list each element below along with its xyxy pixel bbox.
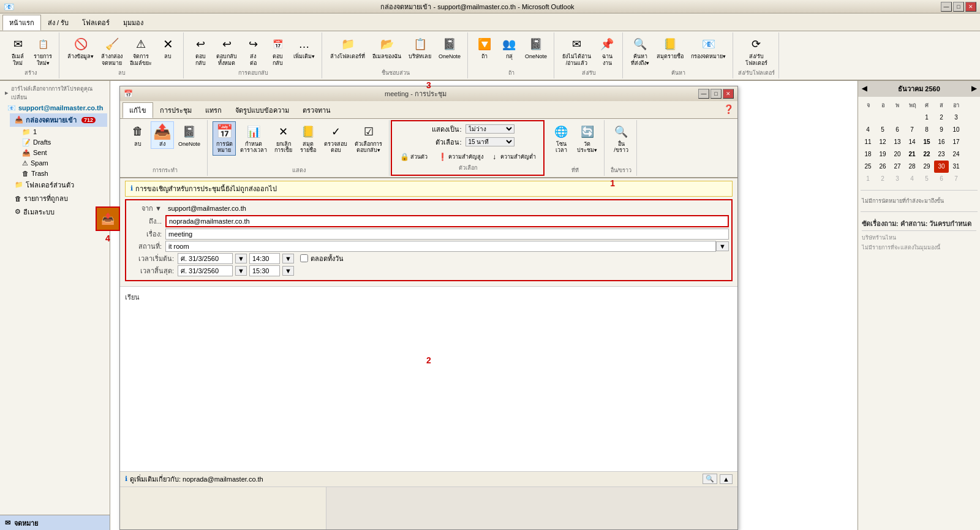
subject-input[interactable] — [165, 229, 729, 240]
sidebar-item-inbox[interactable]: 📥 กล่องจดหมายเข้า 712 — [10, 113, 107, 127]
cal-cell[interactable]: 3 — [890, 173, 905, 185]
onenote-m-btn[interactable]: 📓 OneNote — [175, 121, 203, 150]
cal-cell[interactable]: 4 — [905, 173, 919, 185]
forward-button[interactable]: ↪ ส่งต่อ — [241, 34, 265, 69]
cal-cell[interactable] — [861, 112, 875, 124]
cal-cell[interactable]: 27 — [890, 161, 905, 173]
cal-cell[interactable]: 31 — [949, 161, 963, 173]
meeting-help-icon[interactable]: ❓ — [720, 102, 737, 118]
cal-cell[interactable]: 21 — [905, 148, 919, 161]
tab-folder[interactable]: โฟลเดอร์ — [75, 15, 116, 31]
meeting-delete-btn[interactable]: 🗑 ลบ — [126, 121, 149, 150]
cal-cell[interactable]: 7 — [905, 124, 919, 136]
sidebar-item-deleted[interactable]: 🗑 รายการที่ถูกลบ — [10, 192, 107, 205]
sendrecv-folder-button[interactable]: ⟳ ส่ง/รับโฟลเดอร์ — [742, 34, 771, 69]
to-input[interactable] — [165, 215, 729, 227]
count-btn[interactable]: 📒 สมุดรายชื่อ — [296, 121, 320, 156]
sidebar-account[interactable]: 📧 support@mailmaster.co.th — [2, 103, 107, 113]
send-icon[interactable]: 📤 — [96, 206, 120, 231]
show-as-select[interactable]: ไม่ว่าง — [466, 124, 514, 134]
next-month-btn[interactable]: ▶ — [971, 85, 976, 93]
maximize-button[interactable]: □ — [953, 2, 964, 12]
private-btn[interactable]: 🔒 ส่วนตัว — [397, 150, 434, 164]
search-button[interactable]: 🔍 ค้นหาที่ส่งถึง▾ — [628, 34, 652, 69]
cal-cell[interactable]: 6 — [934, 173, 949, 185]
cal-cell-today[interactable]: 30 — [934, 161, 949, 173]
cal-cell[interactable]: 2 — [934, 112, 949, 124]
cal-cell[interactable] — [890, 112, 905, 124]
end-date-input[interactable] — [178, 265, 233, 276]
sidebar-item-trash[interactable]: 🗑 Trash — [17, 168, 107, 178]
cal-cell[interactable]: 22 — [919, 148, 934, 161]
junk-button[interactable]: ⚠ จัดการอีเมล์ขยะ — [127, 34, 155, 69]
cal-cell[interactable]: 12 — [875, 136, 890, 148]
tab-sendreceive[interactable]: ส่ง / รับ — [41, 15, 75, 31]
meeting-maximize[interactable]: □ — [710, 89, 722, 99]
cal-cell[interactable]: 5 — [919, 173, 934, 185]
location-input[interactable] — [165, 241, 716, 252]
cal-cell[interactable]: 6 — [890, 124, 905, 136]
cal-cell[interactable]: 9 — [934, 124, 949, 136]
filter-button[interactable]: 🔽 ถ้า — [473, 34, 496, 62]
reply-all-button[interactable]: ↩ ตอบกลับทั้งหมด — [213, 34, 240, 69]
send-btn[interactable]: 📤 ส่ง — [151, 121, 174, 150]
cal-cell[interactable]: 18 — [861, 148, 875, 161]
cal-cell[interactable]: 13 — [890, 136, 905, 148]
expand-btn[interactable]: ▲ — [720, 474, 733, 484]
cal-cell[interactable]: 10 — [949, 124, 963, 136]
cal-cell[interactable]: 26 — [875, 161, 890, 173]
allday-checkbox[interactable] — [300, 254, 308, 262]
task-button[interactable]: 📌 ฉานงาน — [595, 34, 619, 69]
end-time-dropdown[interactable]: ▼ — [282, 266, 294, 276]
new-items-button[interactable]: 📋 รายการใหม่▾ — [31, 34, 55, 69]
rules-button[interactable]: 📋 บริษัทเลย — [405, 34, 434, 62]
tab-format[interactable]: จัดรูปแบบข้อความ — [228, 102, 296, 118]
sidebar-item-spam[interactable]: ⚠ Spam — [17, 158, 107, 168]
minimize-button[interactable]: — — [941, 2, 952, 12]
start-time-input[interactable] — [249, 253, 280, 264]
sidebar-item-personal[interactable]: 📁 โฟลเดอร์ส่วนตัว — [10, 178, 107, 192]
prev-month-btn[interactable]: ◀ — [862, 85, 867, 93]
recurrence-btn[interactable]: 🔄 วัดประชม▾ — [574, 121, 600, 156]
group-button[interactable]: 👥 กลุ่ — [497, 34, 521, 62]
delete-button[interactable]: ✕ ลบ — [156, 34, 179, 62]
cal-cell[interactable] — [875, 112, 890, 124]
tab-view[interactable]: มุมมอง — [116, 15, 150, 31]
response-btn[interactable]: ✓ ตรวจสอบตอบ — [321, 121, 350, 156]
more-button[interactable]: … เพิ่มเติม▾ — [290, 34, 318, 62]
cal-cell[interactable]: 24 — [949, 148, 963, 161]
tab-review[interactable]: ตรวจทาน — [296, 102, 337, 118]
reply-meeting-button[interactable]: 📅 ตอบกลับ — [266, 34, 289, 69]
new-email-button[interactable]: ✉ อีเมล์ใหม่ — [6, 34, 29, 69]
timezone-btn[interactable]: 🌐 โซนเวลา — [549, 121, 573, 156]
close-button[interactable]: ✕ — [965, 2, 976, 12]
cal-cell[interactable]: 11 — [861, 136, 875, 148]
cal-cell[interactable]: 5 — [875, 124, 890, 136]
filtermail-button[interactable]: 📧 กรองจดหมาย▾ — [688, 34, 729, 62]
important-low-btn[interactable]: ↓ ความสำคัญต่ำ — [487, 150, 538, 164]
sidebar-bottom-mail[interactable]: ✉ จดหมาย — [0, 515, 110, 530]
tab-meeting[interactable]: การประชุม — [153, 102, 198, 118]
sidebar-item-sent[interactable]: 📤 Sent — [17, 148, 107, 158]
contact-search-btn[interactable]: 🔍 — [703, 474, 717, 484]
cal-cell[interactable]: 1 — [919, 112, 934, 124]
cal-cell[interactable]: 25 — [861, 161, 875, 173]
tab-insert[interactable]: แทรก — [198, 102, 228, 118]
body-textarea[interactable] — [125, 305, 733, 468]
sidebar-item-system[interactable]: ⚙ อีเมลระบบ — [10, 205, 107, 219]
cal-cell[interactable]: 19 — [875, 148, 890, 161]
move-folder-button[interactable]: 📂 อีเมลของฉัน — [369, 34, 404, 62]
copy-folder-button[interactable]: 📁 ล้างโฟลเดอร์ที่ — [327, 34, 368, 62]
meeting-close[interactable]: ✕ — [723, 89, 734, 99]
schedule-btn[interactable]: 📊 กำหนดตารางเวลา — [237, 121, 270, 156]
cal-cell[interactable]: 17 — [949, 136, 963, 148]
reminder-select[interactable]: 15 นาที — [466, 137, 514, 146]
cal-cell[interactable]: 7 — [949, 173, 963, 185]
read-unread-button[interactable]: ✉ ยังไม่ได้อ่าน/อ่านแล้ว — [559, 34, 594, 69]
sidebar-header[interactable]: ▸ อาร์ไฟล์เลือกจากการให้โปรดดูคุณเปลี่ยน — [2, 83, 107, 103]
onenote-button[interactable]: 📓 OneNote — [435, 34, 464, 62]
cal-cell[interactable]: 16 — [934, 136, 949, 148]
onenote3-button[interactable]: 📓 OneNote — [522, 34, 550, 62]
location-browse[interactable]: ▼ — [716, 241, 729, 251]
ignore-button[interactable]: 🚫 ล้างข้อมูล▾ — [64, 34, 97, 62]
